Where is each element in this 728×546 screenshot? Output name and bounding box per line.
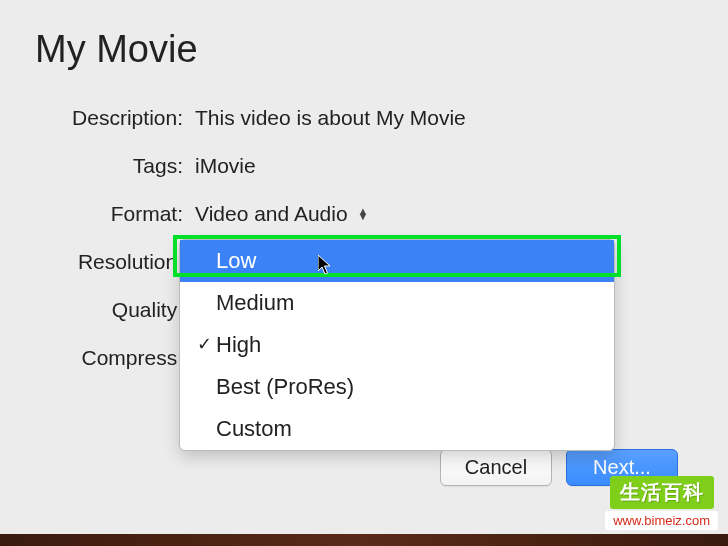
quality-option-best[interactable]: Best (ProRes): [180, 366, 614, 408]
watermark-brand: 生活百科: [610, 476, 714, 509]
quality-label: Quality:: [35, 298, 195, 322]
resolution-label: Resolution:: [35, 250, 195, 274]
format-row: Format: Video and Audio ▲▼: [35, 197, 698, 231]
quality-option-label: High: [216, 328, 261, 362]
watermark-url: www.bimeiz.com: [605, 511, 718, 530]
updown-icon: ▲▼: [358, 209, 369, 220]
dialog-title: My Movie: [35, 28, 698, 71]
format-value: Video and Audio: [195, 202, 348, 226]
description-row: Description: This video is about My Movi…: [35, 101, 698, 135]
tags-value[interactable]: iMovie: [195, 154, 256, 178]
quality-dropdown-menu: Low Medium ✓ High Best (ProRes) Custom: [179, 239, 615, 451]
watermark: 生活百科 www.bimeiz.com: [605, 476, 718, 530]
tags-row: Tags: iMovie: [35, 149, 698, 183]
tags-label: Tags:: [35, 154, 195, 178]
quality-option-label: Low: [216, 244, 256, 278]
quality-option-label: Best (ProRes): [216, 370, 354, 404]
quality-option-custom[interactable]: Custom: [180, 408, 614, 450]
description-value[interactable]: This video is about My Movie: [195, 106, 466, 130]
format-label: Format:: [35, 202, 195, 226]
background-strip: [0, 534, 728, 546]
compress-label: Compress:: [35, 346, 195, 370]
description-label: Description:: [35, 106, 195, 130]
format-select[interactable]: Video and Audio ▲▼: [195, 202, 368, 226]
quality-option-label: Custom: [216, 412, 292, 446]
checkmark-icon: ✓: [192, 331, 216, 359]
export-dialog: My Movie Description: This video is abou…: [0, 0, 728, 546]
cancel-button[interactable]: Cancel: [440, 449, 552, 486]
quality-option-high[interactable]: ✓ High: [180, 324, 614, 366]
quality-option-label: Medium: [216, 286, 294, 320]
quality-option-medium[interactable]: Medium: [180, 282, 614, 324]
quality-option-low[interactable]: Low: [180, 240, 614, 282]
